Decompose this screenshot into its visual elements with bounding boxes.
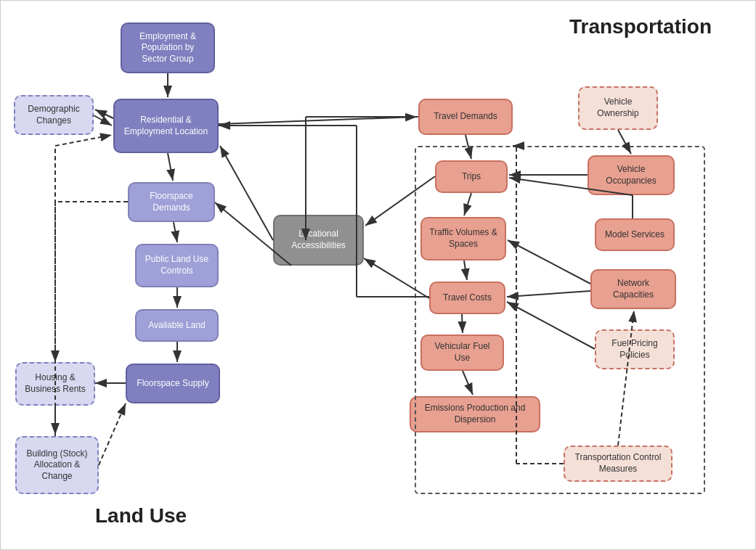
- node-available-land: Available Land: [135, 309, 219, 342]
- land-use-label: Land Use: [95, 504, 187, 528]
- node-travel-demands: Travel Demands: [418, 99, 513, 135]
- transportation-label: Transportation: [569, 15, 712, 38]
- node-locational-access: Locational Accessibilities: [273, 215, 364, 266]
- node-housing-business: Housing & Business Rents: [15, 362, 95, 406]
- node-employment-population: Employment & Population by Sector Group: [121, 22, 215, 73]
- svg-line-4: [95, 110, 113, 118]
- svg-line-24: [508, 240, 590, 284]
- diagram-container: Transportation Land Use Employment & Pop…: [0, 0, 756, 550]
- svg-line-19: [466, 135, 471, 159]
- node-public-land-use: Public Land Use Controls: [135, 244, 219, 287]
- svg-line-12: [99, 403, 126, 465]
- node-network-capacities: Network Capacities: [590, 269, 676, 309]
- node-vehicle-ownership: Vehicle Ownership: [578, 86, 658, 130]
- svg-line-29: [364, 258, 429, 298]
- svg-line-7: [174, 222, 177, 242]
- node-vehicular-fuel: Vehicular Fuel Use: [420, 334, 504, 371]
- svg-line-28: [462, 314, 463, 333]
- svg-line-17: [220, 146, 273, 240]
- svg-line-20: [618, 130, 631, 154]
- node-building-stock: Building (Stock) Allocation & Change: [15, 436, 99, 494]
- node-travel-costs: Travel Costs: [429, 282, 505, 314]
- node-residential-employment: Residential & Employment Location: [113, 99, 219, 153]
- node-traffic-volumes: Traffic Volumes & Spaces: [420, 217, 506, 260]
- node-transport-control: Transportation Control Measures: [564, 446, 672, 482]
- svg-line-3: [94, 115, 112, 126]
- svg-line-5: [168, 153, 173, 181]
- svg-line-6: [219, 117, 417, 124]
- svg-line-22: [464, 193, 471, 216]
- node-emissions: Emissions Production and Dispersion: [410, 396, 540, 432]
- node-fuel-pricing: Fuel Pricing Policies: [595, 329, 675, 369]
- svg-line-30: [463, 371, 473, 395]
- node-floorspace-demands: Floorspace Demands: [128, 182, 215, 222]
- node-vehicle-occupancies: Vehicle Occupancies: [588, 155, 675, 195]
- svg-line-25: [507, 291, 590, 297]
- transport-dashed-boundary: [415, 146, 705, 494]
- node-trips: Trips: [435, 160, 508, 193]
- node-model-services: Model Services: [595, 218, 675, 251]
- svg-line-31: [507, 302, 595, 349]
- svg-line-14: [55, 135, 112, 146]
- svg-line-23: [464, 260, 467, 280]
- node-floorspace-supply: Floorspace Supply: [126, 364, 220, 403]
- node-demographic-changes: Demographic Changes: [14, 95, 94, 135]
